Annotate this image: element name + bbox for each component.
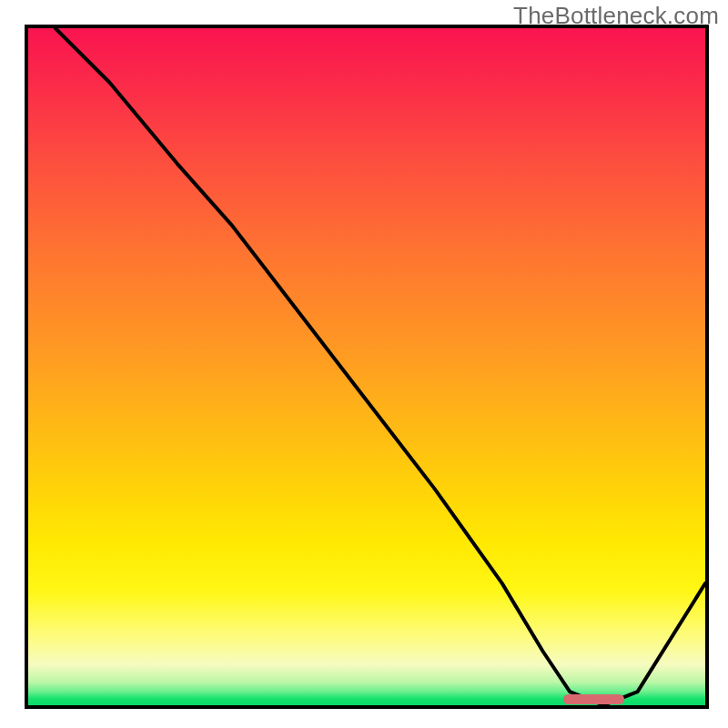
plot-area: [25, 25, 709, 709]
optimal-range-marker: [563, 694, 624, 704]
watermark-text: TheBottleneck.com: [513, 2, 719, 30]
bottleneck-curve: [28, 28, 705, 705]
chart-frame: TheBottleneck.com: [0, 0, 728, 728]
